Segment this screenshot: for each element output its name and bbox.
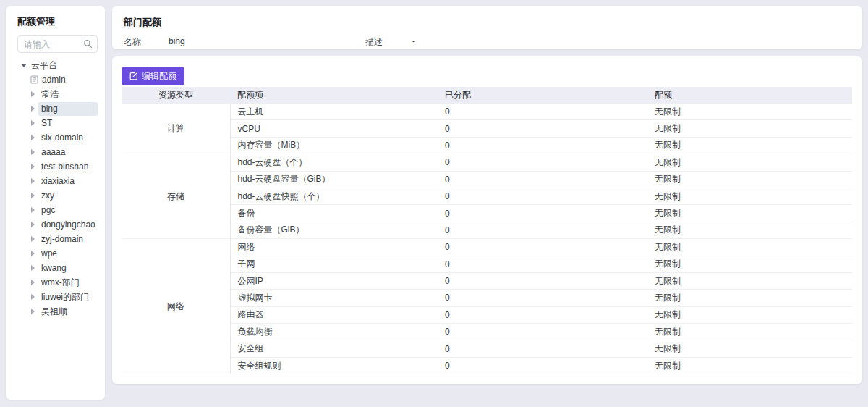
tree-item[interactable]: test-binshan [6, 159, 105, 174]
table-row: 备份容量（GiB）0无限制 [122, 222, 852, 238]
caret-right-icon[interactable] [31, 120, 38, 126]
tree-item[interactable]: pgc [6, 203, 105, 217]
tree-item[interactable]: 常浩 [6, 87, 105, 101]
quota-limit-cell: 无限制 [647, 137, 852, 154]
name-value: bing [169, 36, 185, 46]
tree-item-label: ST [38, 117, 98, 130]
quota-table-body: 计算云主机0无限制vCPU0无限制内存容量（MiB）0无限制存储hdd-云硬盘（… [122, 104, 852, 374]
quota-limit-cell: 无限制 [647, 290, 852, 306]
caret-right-icon[interactable] [31, 222, 38, 227]
tree-item-label: test-binshan [38, 160, 98, 174]
tree-search [17, 35, 98, 53]
column-header: 配额 [647, 87, 852, 104]
caret-right-icon[interactable] [31, 280, 38, 285]
quota-limit-cell: 无限制 [647, 154, 852, 171]
caret-down-icon[interactable] [21, 64, 27, 67]
tree-item[interactable]: dongyingchao [6, 217, 105, 232]
tree-item-label: zxy [38, 189, 98, 203]
tree-item[interactable]: liuwei的部门 [6, 290, 105, 304]
tree-item[interactable]: six-domain [6, 130, 105, 145]
table-row: vCPU0无限制 [122, 120, 852, 137]
table-row: 备份0无限制 [122, 205, 852, 222]
caret-right-icon[interactable] [31, 265, 38, 271]
quota-limit-cell: 无限制 [647, 239, 852, 256]
caret-right-icon[interactable] [31, 91, 38, 97]
allocated-cell: 0 [438, 306, 647, 323]
search-icon [83, 39, 93, 49]
name-label: 名称 [124, 36, 141, 49]
caret-right-icon[interactable] [31, 135, 38, 140]
allocated-cell: 0 [438, 256, 647, 272]
table-row: 负载均衡0无限制 [122, 324, 852, 340]
table-row: 虚拟网卡0无限制 [122, 290, 852, 306]
caret-right-icon[interactable] [31, 178, 38, 184]
caret-right-icon[interactable] [31, 207, 38, 213]
allocated-cell: 0 [438, 171, 647, 188]
quota-limit-cell: 无限制 [647, 306, 852, 323]
table-row: 计算云主机0无限制 [122, 104, 852, 120]
quota-detail-panel: 编辑配额 资源类型配额项已分配配额 计算云主机0无限制vCPU0无限制内存容量（… [112, 56, 862, 384]
column-header: 已分配 [438, 87, 647, 104]
caret-right-icon[interactable] [31, 164, 38, 169]
quota-item-cell: 网络 [230, 239, 438, 256]
description-label: 描述 [365, 36, 383, 49]
tree-item-label: admin [38, 73, 98, 87]
quota-table: 资源类型配额项已分配配额 计算云主机0无限制vCPU0无限制内存容量（MiB）0… [122, 87, 852, 374]
table-row: hdd-云硬盘容量（GiB）0无限制 [122, 171, 852, 188]
quota-item-cell: 备份 [230, 205, 438, 222]
tree-item-label: zyj-domain [38, 232, 98, 246]
quota-limit-cell: 无限制 [647, 340, 852, 357]
tree-item-label: aaaaa [38, 146, 98, 159]
caret-right-icon[interactable] [31, 294, 38, 300]
quota-item-cell: 子网 [230, 256, 438, 272]
tree-item-label: dongyingchao [38, 218, 98, 232]
caret-right-icon[interactable] [31, 193, 38, 198]
tree-item[interactable]: 吴祖顺 [6, 304, 105, 319]
allocated-cell: 0 [438, 120, 647, 137]
caret-right-icon[interactable] [31, 236, 38, 242]
tree-item[interactable]: bing [6, 101, 105, 116]
tree-root-cloud-platform[interactable]: 云平台 [6, 58, 105, 72]
resource-type-cell: 存储 [122, 154, 230, 239]
edit-quota-button[interactable]: 编辑配额 [122, 67, 184, 85]
tree-item[interactable]: wmx-部门 [6, 275, 105, 290]
tree-root-label: 云平台 [31, 59, 57, 72]
quota-limit-cell: 无限制 [647, 205, 852, 222]
table-row: hdd-云硬盘快照（个）0无限制 [122, 188, 852, 204]
quota-item-cell: 备份容量（GiB） [230, 222, 438, 238]
caret-right-icon[interactable] [31, 106, 38, 112]
table-row: 路由器0无限制 [122, 306, 852, 323]
allocated-cell: 0 [438, 239, 647, 256]
tree-item[interactable]: xiaxiaxia [6, 174, 105, 188]
quota-limit-cell: 无限制 [647, 171, 852, 188]
quota-table-head-row: 资源类型配额项已分配配额 [122, 87, 852, 104]
table-row: 子网0无限制 [122, 256, 852, 272]
tree-item[interactable]: admin [6, 72, 105, 87]
table-row: 内存容量（MiB）0无限制 [122, 137, 852, 154]
tree-item[interactable]: zyj-domain [6, 232, 105, 246]
edit-icon [129, 72, 138, 80]
quota-limit-cell: 无限制 [647, 222, 852, 238]
quota-item-cell: hdd-云硬盘（个） [230, 154, 438, 171]
tree-item[interactable]: zxy [6, 188, 105, 203]
allocated-cell: 0 [438, 222, 647, 238]
resource-type-cell: 网络 [122, 239, 230, 374]
tree-item[interactable]: kwang [6, 261, 105, 275]
tree-item[interactable]: ST [6, 116, 105, 130]
description-value: - [412, 36, 415, 46]
tree-item[interactable]: wpe [6, 246, 105, 261]
caret-right-icon[interactable] [31, 251, 38, 256]
caret-right-icon[interactable] [31, 309, 38, 314]
quota-item-cell: 安全组 [230, 340, 438, 357]
tree-list: admin 常浩 bing ST six-domain aaaaa test-b… [6, 72, 105, 319]
caret-right-icon[interactable] [31, 149, 38, 155]
quota-limit-cell: 无限制 [647, 188, 852, 204]
table-row: 公网IP0无限制 [122, 272, 852, 289]
quota-limit-cell: 无限制 [647, 324, 852, 340]
tree-item-label: 吴祖顺 [38, 305, 98, 319]
allocated-cell: 0 [438, 205, 647, 222]
tree-item-label: six-domain [38, 131, 98, 145]
allocated-cell: 0 [438, 188, 647, 204]
tree-item[interactable]: aaaaa [6, 145, 105, 159]
allocated-cell: 0 [438, 104, 647, 120]
